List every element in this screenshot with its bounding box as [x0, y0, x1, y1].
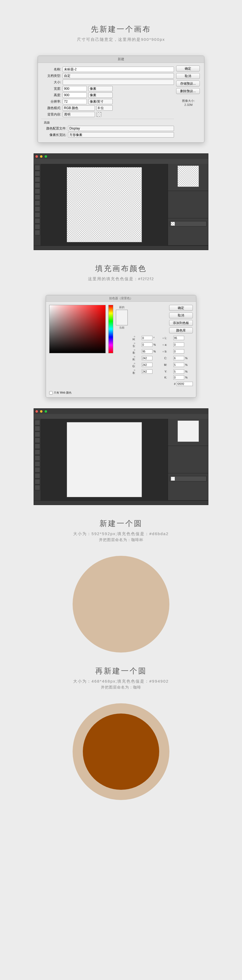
tool[interactable] [35, 171, 40, 176]
width-input[interactable] [63, 86, 87, 91]
aspect-select[interactable] [68, 132, 174, 138]
minimize-dot[interactable] [40, 410, 43, 413]
canvas-transparent[interactable] [67, 167, 142, 242]
navigator-thumb[interactable] [177, 165, 199, 187]
tool[interactable] [35, 438, 40, 443]
res-input[interactable] [63, 99, 87, 104]
tool[interactable] [35, 449, 40, 455]
s-input[interactable] [142, 342, 153, 347]
res-label: 分辨率: [41, 99, 63, 104]
bch-input[interactable] [142, 369, 153, 374]
bg-swatch[interactable] [97, 112, 101, 117]
new-label: 新的 [119, 305, 124, 309]
save-preset-button[interactable]: 存储预设... [176, 81, 200, 86]
width-unit[interactable] [88, 86, 113, 91]
sat-val-box[interactable] [49, 305, 106, 353]
tool[interactable] [35, 455, 40, 461]
close-dot[interactable] [35, 155, 38, 158]
b-label: ○ b: [162, 350, 167, 353]
tool[interactable] [35, 473, 40, 479]
tool[interactable] [35, 444, 40, 449]
ps-app-screenshot-2 [33, 408, 209, 505]
a-input[interactable] [174, 342, 184, 347]
hex-input[interactable] [177, 382, 193, 386]
l-input[interactable] [174, 336, 184, 340]
mode-select[interactable] [63, 105, 95, 111]
name-input[interactable] [63, 67, 174, 72]
webonly-label: 只有 Web 颜色 [54, 391, 72, 395]
webonly-checkbox[interactable] [49, 391, 53, 395]
r-input[interactable] [142, 356, 153, 360]
m-input[interactable] [174, 363, 184, 367]
tool[interactable] [35, 479, 40, 484]
layer-row[interactable] [170, 476, 207, 481]
tool[interactable] [35, 194, 40, 200]
close-dot[interactable] [35, 410, 38, 413]
a-label: ○ a: [162, 343, 167, 346]
step1-title: 先新建一个画布 [0, 24, 242, 34]
zoom-dot[interactable] [45, 410, 47, 413]
tool[interactable] [35, 432, 40, 437]
cancel-button[interactable]: 取消 [176, 73, 200, 79]
bch-label: ○ B: [131, 369, 135, 374]
step4-sub2: 并把图层命名为：咖啡 [0, 685, 242, 690]
imgsize-label: 图像大小: [176, 99, 201, 103]
height-input[interactable] [63, 92, 87, 98]
tool[interactable] [35, 212, 40, 218]
height-unit[interactable] [88, 92, 113, 98]
r-label: ○ R: [131, 355, 135, 361]
profile-select[interactable] [68, 126, 174, 131]
bg-select[interactable] [63, 112, 95, 117]
tool[interactable] [35, 200, 40, 206]
delete-preset-button[interactable]: 删除预设... [176, 88, 200, 94]
cup-circle-outer [73, 703, 169, 800]
ok-button[interactable]: 确定 [176, 65, 200, 72]
tool[interactable] [35, 177, 40, 182]
layer-row[interactable] [170, 221, 207, 226]
picker-ok-button[interactable]: 确定 [169, 305, 193, 311]
minimize-dot[interactable] [40, 155, 43, 158]
color-picker-dialog: 拾色器（背景色） 新的 当前 确定 取消 添加到色板 颜色库 ○ H:° ○ L… [46, 295, 196, 398]
hex-hash: # [174, 382, 175, 385]
b-input[interactable] [174, 349, 184, 353]
c-input[interactable] [174, 356, 184, 360]
picker-addlib-button[interactable]: 添加到色板 [169, 320, 193, 326]
tool[interactable] [35, 183, 40, 188]
aspect-label: 像素长宽比: [41, 133, 68, 137]
l-label: ○ L: [162, 337, 167, 340]
zoom-dot[interactable] [45, 155, 47, 158]
step4-sub: 大小为：468*468px;填充色色值是：#994902 [0, 679, 242, 684]
name-label: 名称: [41, 67, 63, 72]
tool[interactable] [35, 165, 40, 170]
picker-cancel-button[interactable]: 取消 [169, 312, 193, 318]
hue-slider[interactable] [108, 305, 113, 353]
doctype-label: 文档类型: [41, 73, 63, 78]
tool[interactable] [35, 218, 40, 224]
size-select[interactable] [63, 80, 174, 85]
canvas-filled[interactable] [67, 422, 142, 497]
tool[interactable] [35, 461, 40, 467]
height-label: 高度: [41, 93, 63, 97]
h-input[interactable] [142, 336, 153, 340]
y-input[interactable] [174, 369, 184, 374]
navigator-thumb[interactable] [177, 420, 199, 442]
doctype-select[interactable] [63, 73, 174, 78]
bv-input[interactable] [142, 349, 153, 353]
step1-sub: 尺寸可自己随意定，这里用的是900*900px [0, 37, 242, 42]
tool[interactable] [35, 420, 40, 425]
tool[interactable] [35, 426, 40, 431]
g-input[interactable] [142, 363, 153, 367]
s-label: ○ S: [131, 342, 135, 348]
tool[interactable] [35, 189, 40, 194]
m-label: M: [162, 363, 167, 366]
tool[interactable] [35, 206, 40, 212]
k-input[interactable] [174, 375, 184, 380]
tool[interactable] [35, 230, 40, 235]
res-unit[interactable] [88, 99, 113, 104]
tool[interactable] [35, 467, 40, 473]
tool[interactable] [35, 224, 40, 229]
tools-bar [34, 164, 41, 245]
picker-lib-button[interactable]: 颜色库 [169, 328, 193, 333]
tool[interactable] [35, 485, 40, 490]
bit-select[interactable] [97, 105, 113, 111]
